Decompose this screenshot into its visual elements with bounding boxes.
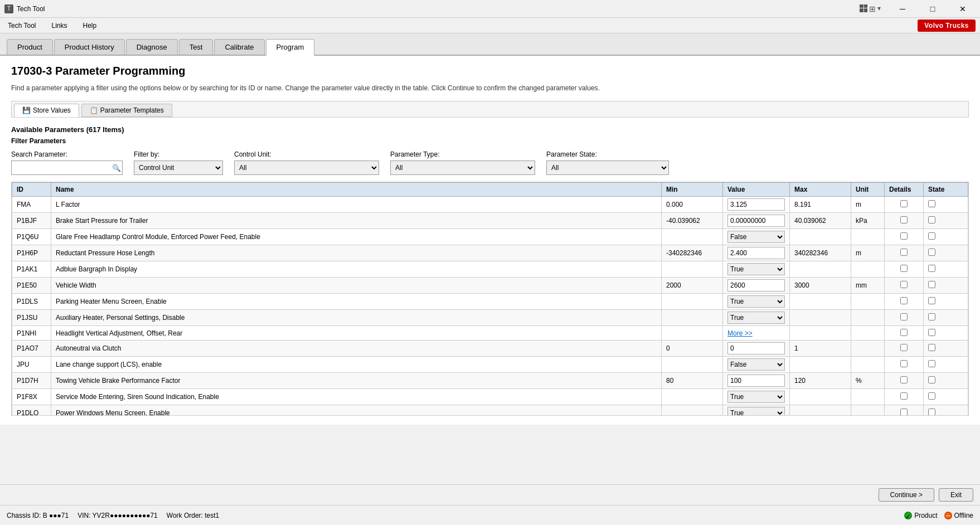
cell-details[interactable] (885, 294, 924, 310)
value-select[interactable]: TrueFalse (727, 295, 785, 308)
cell-state[interactable] (924, 373, 968, 389)
details-checkbox[interactable] (900, 313, 908, 320)
cell-value[interactable]: FalseTrue (723, 229, 790, 245)
continue-button[interactable]: Continue > (879, 488, 934, 502)
cell-details[interactable] (885, 213, 924, 229)
restore-button[interactable]: □ (920, 0, 945, 18)
tab-diagnose[interactable]: Diagnose (126, 39, 178, 55)
cell-details[interactable] (885, 229, 924, 245)
menu-techtool[interactable]: Tech Tool (4, 21, 39, 31)
state-checkbox[interactable] (928, 281, 935, 288)
cell-details[interactable] (885, 389, 924, 405)
tab-product[interactable]: Product (7, 39, 53, 55)
cell-state[interactable] (924, 389, 968, 405)
more-link[interactable]: More >> (727, 329, 753, 337)
cell-state[interactable] (924, 294, 968, 310)
cell-value[interactable] (723, 213, 790, 229)
cell-value[interactable]: TrueFalse (723, 261, 790, 278)
resize-icon[interactable]: ⊞ (869, 4, 876, 13)
value-input[interactable] (727, 198, 785, 211)
subtab-store-values[interactable]: 💾 Store Values (14, 104, 79, 117)
cell-value[interactable]: TrueFalse (723, 294, 790, 310)
value-input[interactable] (727, 247, 785, 259)
tab-program[interactable]: Program (266, 39, 315, 56)
cell-details[interactable] (885, 326, 924, 341)
state-checkbox[interactable] (928, 313, 935, 320)
state-checkbox[interactable] (928, 409, 935, 416)
close-button[interactable]: ✕ (950, 0, 976, 18)
value-select[interactable]: FalseTrue (727, 231, 785, 243)
cell-value[interactable]: TrueFalse (723, 405, 790, 416)
cell-value[interactable] (723, 197, 790, 213)
details-checkbox[interactable] (900, 360, 908, 367)
tab-product-history[interactable]: Product History (54, 39, 125, 55)
cell-state[interactable] (924, 278, 968, 294)
grid-view-icon[interactable] (860, 4, 867, 12)
param-state-select[interactable]: All (546, 161, 669, 175)
state-checkbox[interactable] (928, 249, 935, 256)
cell-value[interactable] (723, 245, 790, 261)
value-input[interactable] (727, 279, 785, 291)
tab-test[interactable]: Test (179, 39, 214, 55)
value-select[interactable]: TrueFalse (727, 391, 785, 403)
state-checkbox[interactable] (928, 216, 935, 223)
param-type-select[interactable]: All (390, 161, 535, 175)
cell-details[interactable] (885, 405, 924, 416)
state-checkbox[interactable] (928, 297, 935, 304)
dropdown-icon[interactable]: ▾ (877, 4, 881, 13)
details-checkbox[interactable] (900, 249, 908, 256)
details-checkbox[interactable] (900, 216, 908, 223)
value-select[interactable]: FalseTrue (727, 358, 785, 371)
cell-value[interactable] (723, 278, 790, 294)
cell-state[interactable] (924, 341, 968, 357)
cell-details[interactable] (885, 341, 924, 357)
value-input[interactable] (727, 375, 785, 387)
value-select[interactable]: TrueFalse (727, 312, 785, 324)
state-checkbox[interactable] (928, 232, 935, 240)
details-checkbox[interactable] (900, 329, 908, 336)
cell-details[interactable] (885, 310, 924, 326)
cell-state[interactable] (924, 405, 968, 416)
search-input[interactable] (11, 161, 123, 175)
subtab-parameter-templates[interactable]: 📋 Parameter Templates (81, 104, 172, 117)
cell-details[interactable] (885, 373, 924, 389)
details-checkbox[interactable] (900, 281, 908, 288)
details-checkbox[interactable] (900, 392, 908, 400)
cell-state[interactable] (924, 310, 968, 326)
state-checkbox[interactable] (928, 376, 935, 383)
menu-links[interactable]: Links (48, 21, 70, 31)
cell-details[interactable] (885, 245, 924, 261)
value-select[interactable]: TrueFalse (727, 407, 785, 416)
details-checkbox[interactable] (900, 265, 908, 272)
cell-value[interactable] (723, 341, 790, 357)
cell-value[interactable]: TrueFalse (723, 310, 790, 326)
details-checkbox[interactable] (900, 409, 908, 416)
value-select[interactable]: TrueFalse (727, 263, 785, 275)
cell-state[interactable] (924, 213, 968, 229)
tab-calibrate[interactable]: Calibrate (214, 39, 264, 55)
details-checkbox[interactable] (900, 232, 908, 240)
cell-state[interactable] (924, 229, 968, 245)
cell-value[interactable]: TrueFalse (723, 389, 790, 405)
cell-value[interactable]: FalseTrue (723, 357, 790, 373)
minimize-button[interactable]: ─ (890, 0, 915, 18)
value-input[interactable] (727, 342, 785, 354)
exit-button[interactable]: Exit (939, 488, 973, 502)
details-checkbox[interactable] (900, 344, 908, 351)
details-checkbox[interactable] (900, 200, 908, 207)
cell-details[interactable] (885, 278, 924, 294)
cell-details[interactable] (885, 261, 924, 278)
state-checkbox[interactable] (928, 344, 935, 351)
state-checkbox[interactable] (928, 265, 935, 272)
cell-value[interactable] (723, 373, 790, 389)
cell-state[interactable] (924, 326, 968, 341)
details-checkbox[interactable] (900, 297, 908, 304)
cell-state[interactable] (924, 357, 968, 373)
state-checkbox[interactable] (928, 392, 935, 400)
state-checkbox[interactable] (928, 200, 935, 207)
filter-by-select[interactable]: Control Unit Name ID (134, 161, 223, 175)
cell-state[interactable] (924, 197, 968, 213)
state-checkbox[interactable] (928, 360, 935, 367)
cell-state[interactable] (924, 245, 968, 261)
menu-help[interactable]: Help (80, 21, 100, 31)
